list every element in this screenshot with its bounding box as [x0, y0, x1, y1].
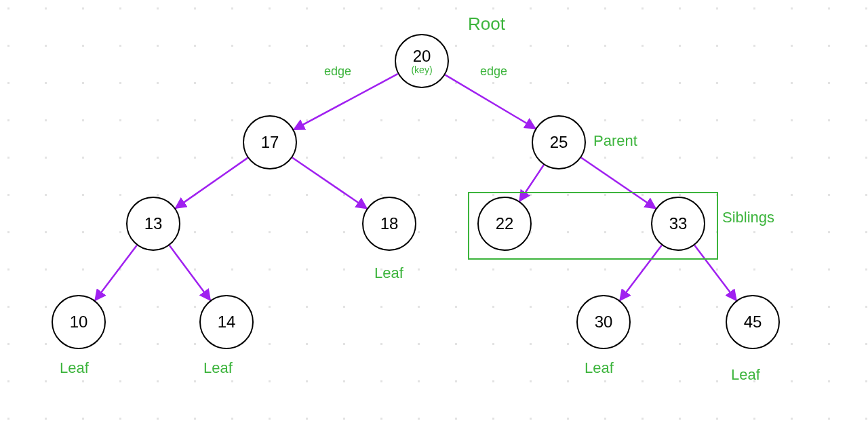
node-18: 18 [362, 197, 416, 251]
node-14: 14 [199, 295, 254, 349]
label-leaf-30: Leaf [585, 359, 614, 377]
node-value: 18 [380, 214, 399, 233]
node-value: 22 [496, 214, 514, 233]
label-leaf-14: Leaf [203, 359, 233, 377]
node-value: 14 [218, 313, 236, 332]
node-sublabel: (key) [411, 64, 432, 75]
edge [294, 74, 397, 129]
label-root: Root [468, 14, 505, 35]
label-leaf-45: Leaf [731, 366, 760, 384]
node-22: 22 [477, 197, 532, 251]
label-parent: Parent [593, 132, 637, 150]
node-33: 33 [651, 197, 705, 251]
node-value: 45 [744, 313, 762, 332]
label-leaf-10: Leaf [60, 359, 89, 377]
edge [95, 245, 137, 300]
node-25: 25 [532, 115, 586, 169]
node-10: 10 [52, 295, 106, 349]
edge [292, 158, 367, 209]
node-13: 13 [126, 197, 180, 251]
tree-diagram: 20 (key) 17 25 13 18 22 33 10 14 30 45 R… [0, 0, 868, 440]
node-45: 45 [726, 295, 780, 349]
node-value: 25 [550, 133, 568, 152]
label-edge-left: edge [324, 64, 351, 79]
edge [445, 75, 535, 128]
edge [170, 245, 210, 300]
node-root: 20 (key) [395, 34, 449, 88]
label-siblings: Siblings [722, 209, 774, 226]
node-30: 30 [576, 295, 631, 349]
node-value: 33 [669, 214, 688, 233]
label-edge-right: edge [480, 64, 507, 79]
node-17: 17 [243, 115, 297, 169]
node-value: 30 [595, 313, 613, 332]
label-leaf-18: Leaf [374, 264, 403, 282]
node-value: 20 [413, 47, 431, 66]
edge [176, 158, 248, 208]
node-value: 17 [261, 133, 279, 152]
node-value: 13 [144, 214, 163, 233]
node-value: 10 [70, 313, 88, 332]
